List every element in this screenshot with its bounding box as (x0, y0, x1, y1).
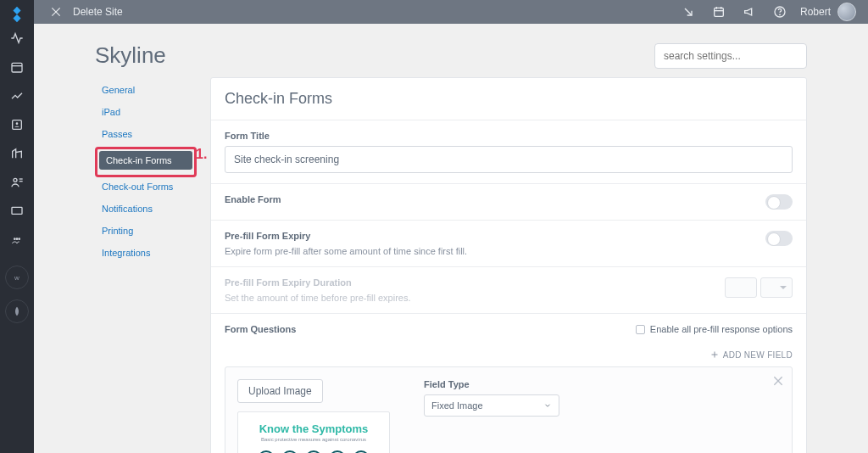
preview-subtitle: Basic protective measures against corona… (245, 437, 382, 442)
svg-point-19 (779, 14, 780, 15)
prefill-duration-unit-select[interactable] (760, 277, 793, 298)
sidenav-item-ipad[interactable]: iPad (95, 103, 197, 121)
svg-rect-7 (12, 207, 22, 214)
top-bar: Delete Site Robert (34, 0, 868, 24)
sidenav-item-checkin-forms[interactable]: Check-in Forms (99, 151, 192, 170)
form-title-label: Form Title (225, 131, 793, 141)
form-questions-label: Form Questions (225, 324, 296, 334)
rail-group-icon[interactable] (0, 226, 34, 254)
download-icon[interactable] (678, 2, 698, 22)
rail-screen-icon[interactable] (0, 197, 34, 226)
prefill-duration-number-input[interactable] (725, 277, 757, 298)
field-type-select[interactable]: Fixed Image (424, 394, 559, 417)
field-type-label: Field Type (424, 379, 780, 389)
prefill-expiry-sub: Expire form pre-fill after some amount o… (225, 246, 467, 256)
rail-plugin-icon-1[interactable]: w (5, 266, 29, 289)
sidenav-item-checkout-forms[interactable]: Check-out Forms (95, 177, 197, 196)
svg-rect-14 (715, 8, 724, 16)
rail-plugin-icon-2[interactable] (5, 299, 29, 323)
app-side-rail: w (0, 0, 34, 453)
add-new-field-label: ADD NEW FIELD (723, 350, 793, 360)
settings-side-nav: General iPad Passes Check-in Forms 1. Ch… (95, 77, 197, 266)
prefill-duration-label: Pre-fill Form Expiry Duration (225, 277, 411, 288)
delete-site-button[interactable]: Delete Site (73, 6, 123, 18)
form-question-card: Upload Image Know the Symptoms Basic pro… (225, 366, 793, 453)
annotation-label: 1. (196, 147, 207, 162)
plus-icon (709, 350, 720, 360)
page-title: Skyline (95, 42, 166, 69)
annotation-highlight: Check-in Forms 1. (95, 147, 197, 177)
image-preview: Know the Symptoms Basic protective measu… (237, 411, 390, 453)
field-type-value: Fixed Image (431, 400, 483, 411)
close-icon[interactable] (47, 3, 64, 20)
enable-all-prefill-checkbox[interactable]: Enable all pre-fill response options (636, 324, 793, 334)
svg-rect-0 (12, 63, 22, 72)
add-new-field-button[interactable]: ADD NEW FIELD (709, 350, 793, 360)
page-scroll[interactable]: Skyline General iPad Passes Check-in For… (34, 24, 868, 453)
svg-point-3 (16, 122, 19, 125)
user-name: Robert (800, 6, 831, 18)
svg-point-9 (18, 238, 20, 240)
app-logo-icon[interactable] (0, 5, 34, 24)
svg-text:w: w (14, 274, 19, 282)
user-avatar[interactable] (837, 3, 856, 21)
rail-trend-icon[interactable] (0, 81, 34, 110)
rail-building-icon[interactable] (0, 139, 34, 168)
checkbox-icon (636, 325, 645, 334)
enable-all-prefill-label: Enable all pre-fill response options (650, 324, 793, 334)
preview-title: Know the Symptoms (245, 422, 382, 435)
panel-title: Check-in Forms (211, 78, 806, 120)
enable-form-toggle[interactable] (765, 194, 793, 210)
caret-down-icon (543, 401, 552, 410)
help-icon[interactable] (770, 2, 790, 22)
enable-form-label: Enable Form (225, 194, 281, 204)
upload-image-button[interactable]: Upload Image (237, 379, 323, 403)
prefill-expiry-label: Pre-fill Form Expiry (225, 231, 467, 241)
calendar-icon[interactable] (709, 2, 729, 22)
sidenav-item-integrations[interactable]: Integrations (95, 243, 197, 262)
prefill-duration-sub: Set the amount of time before pre-fill e… (225, 293, 411, 303)
search-input[interactable] (654, 43, 807, 69)
sidenav-item-printing[interactable]: Printing (95, 221, 197, 240)
sidenav-item-general[interactable]: General (95, 81, 197, 99)
svg-point-8 (14, 238, 16, 240)
sidenav-item-passes[interactable]: Passes (95, 125, 197, 143)
svg-point-10 (16, 238, 19, 240)
sidenav-item-notifications[interactable]: Notifications (95, 199, 197, 218)
rail-calendar-icon[interactable] (0, 53, 34, 81)
prefill-expiry-toggle[interactable] (765, 231, 793, 246)
announcements-icon[interactable] (739, 2, 760, 22)
rail-people-icon[interactable] (0, 168, 34, 197)
remove-field-icon[interactable] (771, 374, 785, 390)
form-title-input[interactable] (225, 146, 793, 173)
form-panel: Check-in Forms Form Title Enable Form Pr… (210, 77, 807, 453)
rail-contact-icon[interactable] (0, 110, 34, 139)
svg-point-4 (14, 178, 17, 182)
rail-activity-icon[interactable] (0, 24, 34, 53)
